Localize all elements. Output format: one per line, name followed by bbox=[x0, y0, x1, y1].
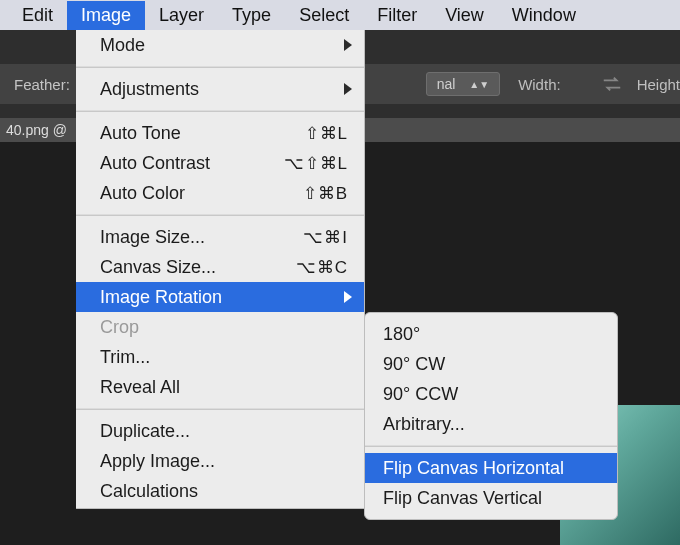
style-dropdown-value: nal bbox=[437, 76, 456, 92]
menu-view[interactable]: View bbox=[431, 1, 498, 30]
menu-item-label: Mode bbox=[100, 35, 145, 56]
menu-item-apply-image[interactable]: Apply Image... bbox=[76, 446, 364, 476]
menu-item-label: Apply Image... bbox=[100, 451, 215, 472]
menu-label: Layer bbox=[159, 5, 204, 25]
menu-image[interactable]: Image bbox=[67, 1, 145, 30]
submenu-item-arbitrary[interactable]: Arbitrary... bbox=[365, 409, 617, 439]
menu-item-shortcut: ⌥⇧⌘L bbox=[210, 153, 348, 174]
menu-filter[interactable]: Filter bbox=[363, 1, 431, 30]
menu-item-canvas-size[interactable]: Canvas Size... ⌥⌘C bbox=[76, 252, 364, 282]
menu-item-label: Auto Contrast bbox=[100, 153, 210, 174]
menu-item-label: Auto Tone bbox=[100, 123, 181, 144]
menu-edit[interactable]: Edit bbox=[8, 1, 67, 30]
menu-label: Image bbox=[81, 5, 131, 25]
menu-item-shortcut: ⌥⌘I bbox=[205, 227, 348, 248]
document-tab[interactable]: 40.png @ bbox=[6, 122, 67, 138]
image-rotation-submenu: 180° 90° CW 90° CCW Arbitrary... Flip Ca… bbox=[364, 312, 618, 520]
menu-separator bbox=[76, 66, 364, 68]
menu-item-label: Calculations bbox=[100, 481, 198, 502]
menu-item-label: Duplicate... bbox=[100, 421, 190, 442]
submenu-item-180[interactable]: 180° bbox=[365, 319, 617, 349]
menu-item-label: Image Rotation bbox=[100, 287, 222, 308]
menu-separator bbox=[76, 214, 364, 216]
submenu-item-90cw[interactable]: 90° CW bbox=[365, 349, 617, 379]
chevron-up-down-icon: ▲▼ bbox=[469, 79, 489, 90]
menu-window[interactable]: Window bbox=[498, 1, 590, 30]
width-label: Width: bbox=[518, 76, 561, 93]
menu-separator bbox=[76, 110, 364, 112]
style-dropdown[interactable]: nal ▲▼ bbox=[426, 72, 500, 96]
menu-item-auto-tone[interactable]: Auto Tone ⇧⌘L bbox=[76, 118, 364, 148]
menu-item-shortcut: ⇧⌘L bbox=[181, 123, 348, 144]
menu-label: Edit bbox=[22, 5, 53, 25]
menu-item-image-size[interactable]: Image Size... ⌥⌘I bbox=[76, 222, 364, 252]
menu-item-shortcut: ⇧⌘B bbox=[185, 183, 348, 204]
menu-label: Filter bbox=[377, 5, 417, 25]
menu-separator bbox=[76, 408, 364, 410]
height-label: Height bbox=[637, 76, 680, 93]
menu-label: Window bbox=[512, 5, 576, 25]
menu-select[interactable]: Select bbox=[285, 1, 363, 30]
submenu-item-label: 90° CCW bbox=[383, 384, 458, 405]
menu-item-calculations[interactable]: Calculations bbox=[76, 476, 364, 506]
submenu-separator bbox=[365, 445, 617, 447]
menu-item-label: Reveal All bbox=[100, 377, 180, 398]
menu-item-auto-color[interactable]: Auto Color ⇧⌘B bbox=[76, 178, 364, 208]
submenu-item-90ccw[interactable]: 90° CCW bbox=[365, 379, 617, 409]
menu-label: Type bbox=[232, 5, 271, 25]
menu-item-adjustments[interactable]: Adjustments bbox=[76, 74, 364, 104]
submenu-item-flip-vertical[interactable]: Flip Canvas Vertical bbox=[365, 483, 617, 513]
menu-label: Select bbox=[299, 5, 349, 25]
menu-item-auto-contrast[interactable]: Auto Contrast ⌥⇧⌘L bbox=[76, 148, 364, 178]
menu-item-reveal-all[interactable]: Reveal All bbox=[76, 372, 364, 402]
menu-layer[interactable]: Layer bbox=[145, 1, 218, 30]
menu-item-label: Auto Color bbox=[100, 183, 185, 204]
menu-item-label: Image Size... bbox=[100, 227, 205, 248]
menu-item-image-rotation[interactable]: Image Rotation bbox=[76, 282, 364, 312]
submenu-item-label: Flip Canvas Vertical bbox=[383, 488, 542, 509]
menu-type[interactable]: Type bbox=[218, 1, 285, 30]
submenu-item-flip-horizontal[interactable]: Flip Canvas Horizontal bbox=[365, 453, 617, 483]
menu-item-label: Canvas Size... bbox=[100, 257, 216, 278]
feather-label: Feather: bbox=[14, 76, 70, 93]
submenu-item-label: Flip Canvas Horizontal bbox=[383, 458, 564, 479]
image-menu-dropdown: Mode Adjustments Auto Tone ⇧⌘L Auto Cont… bbox=[76, 30, 365, 509]
chevron-right-icon bbox=[344, 83, 352, 95]
chevron-right-icon bbox=[344, 291, 352, 303]
swap-icon[interactable] bbox=[601, 76, 623, 92]
chevron-right-icon bbox=[344, 39, 352, 51]
submenu-item-label: Arbitrary... bbox=[383, 414, 465, 435]
menu-item-trim[interactable]: Trim... bbox=[76, 342, 364, 372]
menu-item-label: Trim... bbox=[100, 347, 150, 368]
menu-item-label: Adjustments bbox=[100, 79, 199, 100]
menu-item-mode[interactable]: Mode bbox=[76, 30, 364, 60]
menu-label: View bbox=[445, 5, 484, 25]
menu-item-crop: Crop bbox=[76, 312, 364, 342]
menu-item-shortcut: ⌥⌘C bbox=[216, 257, 348, 278]
menu-item-label: Crop bbox=[100, 317, 139, 338]
submenu-item-label: 90° CW bbox=[383, 354, 445, 375]
menubar: Edit Image Layer Type Select Filter View… bbox=[0, 0, 680, 30]
submenu-item-label: 180° bbox=[383, 324, 420, 345]
menu-item-duplicate[interactable]: Duplicate... bbox=[76, 416, 364, 446]
